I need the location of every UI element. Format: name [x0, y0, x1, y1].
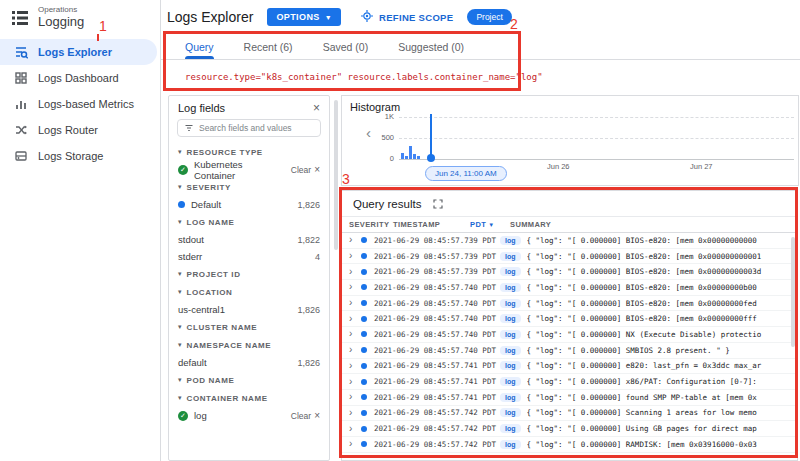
log-name-badge[interactable]: log: [500, 346, 521, 355]
expand-row-chevron-icon[interactable]: ›: [349, 298, 360, 308]
expand-panel-icon[interactable]: [433, 199, 443, 209]
log-summary: { "log": "[ 0.000000] found SMP MP-table…: [527, 393, 791, 402]
expand-row-chevron-icon[interactable]: ›: [349, 424, 360, 434]
log-name-badge[interactable]: log: [500, 393, 521, 402]
log-row[interactable]: › 2021-06-29 08:45:57.739 PDT log { "log…: [342, 233, 797, 249]
y-axis-tick: 1K: [376, 112, 394, 121]
section-container-name[interactable]: ▾ CONTAINER NAME: [169, 389, 329, 407]
severity-default-icon: [361, 316, 367, 322]
field-value-default-namespace[interactable]: default 1,826: [169, 354, 329, 371]
log-name-badge[interactable]: log: [500, 236, 521, 245]
expand-row-chevron-icon[interactable]: ›: [349, 377, 360, 387]
expand-row-chevron-icon[interactable]: ›: [349, 314, 360, 324]
log-fields-title: Log fields: [178, 102, 225, 114]
log-row[interactable]: › 2021-06-29 08:45:57.742 PDT log { "log…: [342, 421, 797, 437]
severity-default-icon: [361, 363, 367, 369]
log-summary: { "log": "[ 0.000000] RAMDISK: [mem 0x03…: [527, 440, 791, 449]
log-row[interactable]: › 2021-06-29 08:45:57.742 PDT log { "log…: [342, 437, 797, 453]
section-namespace-name[interactable]: ▾ NAMESPACE NAME: [169, 336, 329, 354]
section-project-id[interactable]: ▾ PROJECT ID: [169, 265, 329, 283]
expand-row-chevron-icon[interactable]: ›: [349, 392, 360, 402]
expand-row-chevron-icon[interactable]: ›: [349, 235, 360, 245]
clear-filter-button[interactable]: Clear ×: [291, 411, 320, 421]
log-fields-scrollbar[interactable]: [334, 100, 338, 250]
severity-default-icon: [361, 379, 367, 385]
log-row[interactable]: › 2021-06-29 08:45:57.740 PDT log { "log…: [342, 311, 797, 327]
log-name-badge[interactable]: log: [500, 330, 521, 339]
tab-saved[interactable]: Saved (0): [323, 34, 369, 59]
scope-project-badge[interactable]: Project: [467, 9, 511, 25]
expand-row-chevron-icon[interactable]: ›: [349, 282, 360, 292]
log-name-badge[interactable]: log: [500, 440, 521, 449]
section-cluster-name[interactable]: ▾ CLUSTER NAME: [169, 318, 329, 336]
log-timestamp: 2021-06-29 08:45:57.742 PDT: [374, 424, 500, 433]
options-button[interactable]: OPTIONS ▼: [267, 8, 341, 26]
query-editor[interactable]: resource.type="k8s_container" resource.l…: [161, 60, 800, 93]
chevron-left-icon[interactable]: ‹: [366, 124, 371, 141]
log-summary: { "log": "[ 0.000000] BIOS-e820: [mem 0x…: [527, 283, 791, 292]
timezone-dropdown[interactable]: PDT ▼: [470, 220, 510, 229]
log-row[interactable]: › 2021-06-29 08:45:57.741 PDT log { "log…: [342, 390, 797, 406]
dashboard-grid-icon: [14, 71, 28, 85]
log-row[interactable]: › 2021-06-29 08:45:57.740 PDT log { "log…: [342, 296, 797, 312]
sidebar-item-label: Logs Router: [38, 124, 98, 136]
tab-query[interactable]: Query: [185, 34, 214, 59]
sidebar-item-logs-router[interactable]: Logs Router: [0, 117, 157, 143]
log-name-badge[interactable]: log: [500, 424, 521, 433]
log-name-badge[interactable]: log: [500, 408, 521, 417]
expand-row-chevron-icon[interactable]: ›: [349, 267, 360, 277]
log-name-badge[interactable]: log: [500, 252, 521, 261]
field-value-stdout[interactable]: stdout 1,822: [169, 231, 329, 248]
log-summary: { "log": "[ 0.000000] BIOS-e820: [mem 0x…: [527, 236, 791, 245]
log-row[interactable]: › 2021-06-29 08:45:57.741 PDT log { "log…: [342, 359, 797, 375]
log-row[interactable]: › 2021-06-29 08:45:57.739 PDT log { "log…: [342, 249, 797, 265]
expand-row-chevron-icon[interactable]: ›: [349, 361, 360, 371]
log-name-badge[interactable]: log: [500, 361, 521, 370]
sidebar-item-logs-explorer[interactable]: Logs Explorer: [0, 39, 157, 65]
expand-row-chevron-icon[interactable]: ›: [349, 408, 360, 418]
refine-scope-button[interactable]: REFINE SCOPE: [361, 10, 453, 24]
chevron-down-icon: ▾: [178, 288, 182, 296]
close-icon[interactable]: ×: [313, 102, 320, 114]
tab-suggested[interactable]: Suggested (0): [398, 34, 464, 59]
expand-row-chevron-icon[interactable]: ›: [349, 439, 360, 449]
field-search-input[interactable]: [199, 123, 314, 133]
log-name-badge[interactable]: log: [500, 267, 521, 276]
field-value-log-container[interactable]: ✓ log Clear ×: [169, 407, 329, 424]
field-value-stderr[interactable]: stderr 4: [169, 248, 329, 265]
severity-default-icon: [361, 300, 367, 306]
expand-row-chevron-icon[interactable]: ›: [349, 251, 360, 261]
sidebar-item-logs-based-metrics[interactable]: Logs-based Metrics: [0, 91, 157, 117]
log-row[interactable]: › 2021-06-29 08:45:57.741 PDT log { "log…: [342, 374, 797, 390]
results-scrollbar[interactable]: [791, 237, 795, 347]
field-count: 1,826: [297, 358, 320, 368]
log-row[interactable]: › 2021-06-29 08:45:57.740 PDT log { "log…: [342, 343, 797, 359]
sidebar-item-logs-dashboard[interactable]: Logs Dashboard: [0, 65, 157, 91]
field-value-kubernetes-container[interactable]: ✓ Kubernetes Container Clear ×: [169, 161, 329, 178]
field-value-default-severity[interactable]: Default 1,826: [169, 196, 329, 213]
log-row[interactable]: › 2021-06-29 08:45:57.739 PDT log { "log…: [342, 264, 797, 280]
log-row[interactable]: › 2021-06-29 08:45:57.740 PDT log { "log…: [342, 280, 797, 296]
histogram-panel: Histogram ‹ 1K 500 0 Jun 26 Jun 27 Jun 2…: [341, 95, 799, 186]
section-log-name[interactable]: ▾ LOG NAME: [169, 213, 329, 231]
log-row[interactable]: › 2021-06-29 08:45:57.742 PDT log { "log…: [342, 406, 797, 422]
log-name-badge[interactable]: log: [500, 283, 521, 292]
log-name-badge[interactable]: log: [500, 299, 521, 308]
section-location[interactable]: ▾ LOCATION: [169, 283, 329, 301]
chevron-down-icon: ▾: [178, 183, 182, 191]
scope-target-icon: [361, 10, 373, 24]
time-cursor-label[interactable]: Jun 24, 11:00 AM: [425, 166, 507, 181]
log-row[interactable]: › 2021-06-29 08:45:57.740 PDT log { "log…: [342, 327, 797, 343]
section-severity[interactable]: ▾ SEVERITY: [169, 178, 329, 196]
sidebar-item-logs-storage[interactable]: Logs Storage: [0, 143, 157, 169]
tab-recent[interactable]: Recent (6): [244, 34, 293, 59]
clear-filter-button[interactable]: Clear ×: [291, 165, 320, 175]
sidebar-item-label: Logs-based Metrics: [38, 98, 134, 110]
log-name-badge[interactable]: log: [500, 314, 521, 323]
field-value-us-central1[interactable]: us-central1 1,826: [169, 301, 329, 318]
expand-row-chevron-icon[interactable]: ›: [349, 345, 360, 355]
log-name-badge[interactable]: log: [500, 377, 521, 386]
time-cursor[interactable]: [430, 114, 432, 159]
expand-row-chevron-icon[interactable]: ›: [349, 329, 360, 339]
section-pod-name[interactable]: ▾ POD NAME: [169, 371, 329, 389]
